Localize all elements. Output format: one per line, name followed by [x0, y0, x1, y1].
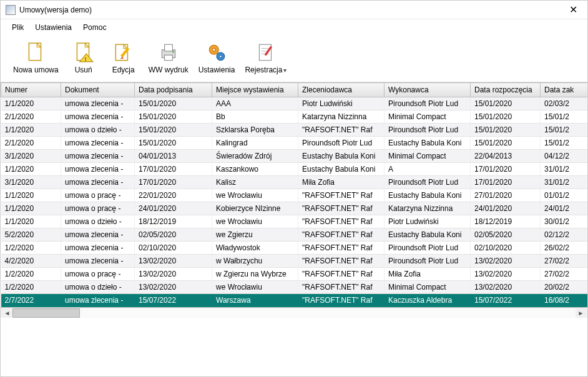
- svg-rect-18: [259, 44, 271, 61]
- settings-button[interactable]: Ustawienia: [195, 38, 239, 77]
- cell: Piroundsoft Piotr Lud: [385, 124, 471, 137]
- document-edit-icon: [113, 41, 134, 64]
- table-row[interactable]: 2/1/2020umowa zlecenia -15/01/2020Kaling…: [1, 137, 588, 150]
- cell: 24/01/2: [541, 202, 588, 215]
- table-row[interactable]: 4/2/2020umowa zlecenia -13/02/2020w Wałb…: [1, 255, 588, 268]
- table-row[interactable]: 3/1/2020umowa zlecenia -04/01/2013Świera…: [1, 150, 588, 163]
- menu-help[interactable]: Pomoc: [83, 23, 106, 32]
- col-dokument[interactable]: Dokument: [61, 83, 135, 97]
- cell: 13/02/2020: [471, 268, 541, 281]
- horizontal-scrollbar[interactable]: ◄ ►: [1, 307, 587, 318]
- table-row[interactable]: 2/7/2022umowa zlecenia -15/07/2022Warsza…: [1, 294, 588, 307]
- cell: 17/01/2020: [471, 176, 541, 189]
- edit-button[interactable]: Edycja: [105, 38, 142, 77]
- cell: "RAFSOFT.NET" Raf: [298, 215, 385, 228]
- new-contract-button[interactable]: Nowa umowa: [9, 38, 62, 77]
- table-row[interactable]: 2/1/2020umowa zlecenia -15/01/2020BbKata…: [1, 110, 588, 124]
- register-button[interactable]: Rejestracja▾: [241, 38, 290, 77]
- table-row[interactable]: 1/1/2020umowa o dzieło -15/01/2020Szklar…: [1, 124, 588, 137]
- table-row[interactable]: 1/2/2020umowa o dzieło -13/02/2020we Wro…: [1, 281, 588, 294]
- cell: 15/01/2020: [471, 110, 541, 124]
- cell: 1/2/2020: [1, 281, 61, 294]
- table-row[interactable]: 1/1/2020umowa zlecenia -17/01/2020Kaszan…: [1, 163, 588, 176]
- menu-settings[interactable]: Ustawienia: [35, 23, 72, 32]
- cell: 15/01/2020: [135, 97, 212, 110]
- table-row[interactable]: 1/1/2020umowa o pracę -22/01/2020we Wroc…: [1, 189, 588, 202]
- cell: Piroundsoft Piotr Lud: [385, 242, 471, 255]
- cell: Kobierzyce NIzinne: [212, 202, 298, 215]
- col-data-zak[interactable]: Data zak: [541, 83, 588, 97]
- cell: umowa o dzieło -: [61, 215, 135, 228]
- cell: 1/1/2020: [1, 97, 61, 110]
- cell: 15/07/2022: [135, 294, 212, 307]
- table-row[interactable]: 1/2/2020umowa zlecenia -02/10/2020Władyw…: [1, 242, 588, 255]
- cell: umowa zlecenia -: [61, 255, 135, 268]
- cell: 31/01/2: [541, 163, 588, 176]
- cell: umowa o pracę -: [61, 268, 135, 281]
- cell: w Wałbrzychu: [212, 255, 298, 268]
- col-data-podpisania[interactable]: Data podpisania: [135, 83, 212, 97]
- cell: 1/2/2020: [1, 242, 61, 255]
- col-miejsce[interactable]: Miejsce wystawienia: [212, 83, 298, 97]
- cell: 15/01/2020: [135, 110, 212, 124]
- table-row[interactable]: 1/1/2020umowa o pracę -24/01/2020Kobierz…: [1, 202, 588, 215]
- cell: 15/01/2020: [135, 137, 212, 150]
- table-row[interactable]: 5/2/2020umowa zlecenia -02/05/2020we Zgi…: [1, 228, 588, 242]
- cell: "RAFSOFT.NET" Raf: [298, 189, 385, 202]
- cell: Kaczuszka Aldebra: [385, 294, 471, 307]
- cell: Eustachy Babula Koni: [385, 189, 471, 202]
- cell: 04/01/2013: [135, 150, 212, 163]
- cell: we Wrocławiu: [212, 215, 298, 228]
- titlebar: Umowy(wersja demo) ✕: [1, 1, 587, 19]
- cell: 17/01/2020: [135, 163, 212, 176]
- toolbar: Nowa umowa ! Usuń Edycja WW wydruk: [1, 36, 587, 82]
- table-row[interactable]: 1/1/2020umowa o dzieło -18/12/2019we Wro…: [1, 215, 588, 228]
- cell: 3/1/2020: [1, 176, 61, 189]
- cell: 02/05/2020: [135, 228, 212, 242]
- delete-button[interactable]: ! Usuń: [65, 38, 102, 77]
- cell: Miła Zofia: [298, 176, 385, 189]
- cell: 02/03/2: [541, 97, 588, 110]
- data-grid[interactable]: Numer Dokument Data podpisania Miejsce w…: [1, 82, 587, 376]
- scroll-left-icon[interactable]: ◄: [2, 308, 12, 318]
- scroll-track[interactable]: [12, 308, 576, 318]
- table-row[interactable]: 3/1/2020umowa zlecenia -17/01/2020Kalisz…: [1, 176, 588, 189]
- col-data-rozp[interactable]: Data rozpoczęcia: [471, 83, 541, 97]
- cell: 1/1/2020: [1, 215, 61, 228]
- cell: "RAFSOFT.NET" Raf: [298, 281, 385, 294]
- cell: Świeradów Zdrój: [212, 150, 298, 163]
- chevron-down-icon: ▾: [283, 67, 287, 74]
- cell: umowa zlecenia -: [61, 110, 135, 124]
- cell: 01/01/2: [541, 189, 588, 202]
- table-row[interactable]: 1/2/2020umowa o pracę -13/02/2020w Zgier…: [1, 268, 588, 281]
- cell: 02/12/2: [541, 228, 588, 242]
- cell: 17/01/2020: [471, 163, 541, 176]
- table-row[interactable]: 1/1/2020umowa zlecenia -15/01/2020AAAPio…: [1, 97, 588, 110]
- scroll-thumb[interactable]: [12, 308, 80, 318]
- cell: Miła Zofia: [385, 268, 471, 281]
- close-icon[interactable]: ✕: [564, 2, 582, 17]
- svg-point-13: [172, 51, 174, 52]
- cell: 2/1/2020: [1, 137, 61, 150]
- cell: 27/01/2020: [471, 189, 541, 202]
- cell: 2/7/2022: [1, 294, 61, 307]
- cell: umowa zlecenia -: [61, 228, 135, 242]
- menubar: Plik Ustawienia Pomoc: [1, 19, 587, 36]
- cell: Minimal Compact: [385, 110, 471, 124]
- tool-label: Usuń: [75, 66, 92, 74]
- cell: Eustachy Babula Koni: [298, 163, 385, 176]
- cell: 02/10/2020: [135, 242, 212, 255]
- cell: umowa zlecenia -: [61, 137, 135, 150]
- tool-label: Ustawienia: [198, 66, 235, 74]
- col-zleceniodawca[interactable]: Zleceniodawca: [298, 83, 385, 97]
- col-wykonawca[interactable]: Wykonawca: [385, 83, 471, 97]
- cell: 1/1/2020: [1, 189, 61, 202]
- scroll-right-icon[interactable]: ►: [576, 308, 586, 318]
- cell: 15/01/2: [541, 137, 588, 150]
- menu-file[interactable]: Plik: [12, 23, 24, 32]
- print-button[interactable]: WW wydruk: [145, 38, 192, 77]
- printer-icon: [158, 41, 179, 64]
- cell: 17/01/2020: [135, 176, 212, 189]
- col-numer[interactable]: Numer: [1, 83, 61, 97]
- cell: 13/02/2020: [471, 255, 541, 268]
